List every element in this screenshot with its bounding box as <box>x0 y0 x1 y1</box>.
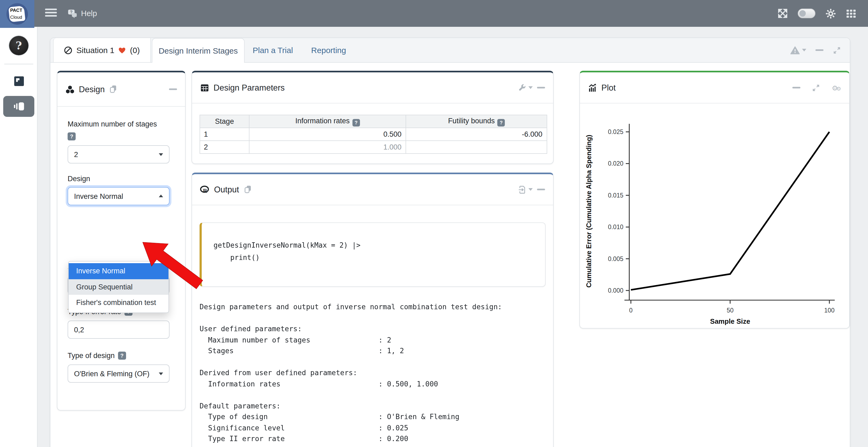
svg-text:0.005: 0.005 <box>608 255 623 262</box>
output-panel: R Output getDesignInve <box>191 173 554 447</box>
help-badge[interactable]: ? <box>497 119 505 126</box>
design-panel: Design Maximum number of stages ? 2 Desi… <box>57 71 186 411</box>
brand-logo[interactable]: PACT Cloud <box>0 0 34 28</box>
help-button[interactable]: ? Help <box>66 0 97 27</box>
caret-down-icon <box>528 188 533 193</box>
brightness-icon[interactable] <box>826 8 836 19</box>
svg-text:0.025: 0.025 <box>608 128 623 135</box>
code-block: getDesignInverseNormal(kMax = 2) |> prin… <box>199 222 546 287</box>
svg-text:0: 0 <box>629 307 633 314</box>
expand-icon[interactable] <box>812 83 820 92</box>
help-badge[interactable]: ? <box>118 352 126 359</box>
tab-strip: Situation 1 (0) Design Interim Stages Pl… <box>51 38 850 63</box>
info-rate-cell[interactable]: 0.500 <box>249 128 406 141</box>
design-parameters-table: Stage Information rates? Futility bounds… <box>199 115 547 154</box>
app-root: PACT Cloud ? Help <box>0 0 868 447</box>
design-parameters-header: Design Parameters <box>192 72 553 103</box>
type2-input[interactable]: 0,2 <box>68 320 169 339</box>
tab-plan-a-trial[interactable]: Plan a Trial <box>253 38 293 62</box>
option-fishers-combination-test[interactable]: Fisher's combination test <box>69 295 168 311</box>
r-code: getDesignInverseNormal(kMax = 2) |> prin… <box>214 239 545 264</box>
panel-toggle-button[interactable] <box>3 96 34 117</box>
collapse-icon[interactable] <box>793 87 801 88</box>
slash-circle-icon <box>64 46 73 55</box>
help-chat-icon: ? <box>66 9 77 18</box>
chart-icon <box>588 83 597 92</box>
output-title: Output <box>214 185 239 194</box>
situation-tab[interactable]: Situation 1 (0) <box>53 38 151 62</box>
info-rate-cell[interactable]: 1.000 <box>249 141 406 153</box>
fullscreen-icon[interactable] <box>778 8 787 18</box>
type-of-design-select[interactable]: O'Brien & Fleming (OF) <box>68 365 169 383</box>
option-inverse-normal[interactable]: Inverse Normal <box>69 263 168 279</box>
menu-icon[interactable] <box>45 8 57 19</box>
chevron-up-icon <box>159 193 163 197</box>
table-header-row: Stage Information rates? Futility bounds… <box>200 115 547 128</box>
expand-icon[interactable] <box>833 46 841 55</box>
design-parameters-panel: Design Parameters Stage Information rate… <box>191 71 554 164</box>
avatar[interactable]: ? <box>9 36 28 55</box>
r-logo-icon: R <box>200 185 210 194</box>
tab-actions <box>790 38 850 62</box>
design-panel-header: Design <box>57 72 185 107</box>
collapse-icon[interactable] <box>537 188 545 190</box>
export-menu[interactable] <box>518 185 533 194</box>
table-row: 1 0.500 -6.000 <box>200 128 547 141</box>
max-stages-label: Maximum number of stages <box>68 120 175 128</box>
caret-down-icon <box>802 49 806 54</box>
plot-header: Plot ⚙⚙ <box>580 72 849 103</box>
futility-bound-cell[interactable]: -6.000 <box>406 128 547 141</box>
plot-chart: 0.0000.0050.0100.0150.0200.025050100Samp… <box>583 109 846 329</box>
caret-down-icon <box>528 86 533 91</box>
table-row: 2 1.000 <box>200 141 547 153</box>
collapse-icon[interactable] <box>537 87 545 88</box>
help-badge[interactable]: ? <box>68 132 75 140</box>
sidebar-divider <box>4 64 33 64</box>
svg-text:?: ? <box>70 10 73 14</box>
tools-menu[interactable] <box>518 83 533 92</box>
svg-text:Cumulative Error (Cumulative A: Cumulative Error (Cumulative Alpha Spend… <box>585 135 592 288</box>
design-parameters-title: Design Parameters <box>214 83 285 93</box>
svg-text:0.020: 0.020 <box>608 160 623 167</box>
brand-line2: Cloud <box>10 14 22 20</box>
cubes-icon <box>65 85 74 94</box>
chevron-down-icon <box>159 153 163 158</box>
top-bar: PACT Cloud ? Help <box>0 0 868 27</box>
design-form: Maximum number of stages ? 2 Design Inve… <box>57 120 185 383</box>
apps-grid-icon[interactable] <box>846 8 856 19</box>
futility-bound-cell[interactable] <box>406 141 547 153</box>
heart-icon[interactable] <box>118 46 126 54</box>
option-group-sequential[interactable]: Group Sequential <box>69 279 168 295</box>
chevron-down-icon <box>159 373 163 377</box>
output-text: Design parameters and output of inverse … <box>199 302 546 447</box>
svg-text:50: 50 <box>726 307 734 314</box>
design-select[interactable]: Inverse Normal <box>68 187 169 205</box>
design-dropdown-menu: Inverse Normal Group Sequential Fisher's… <box>68 261 169 313</box>
design-panel-title: Design <box>79 84 105 94</box>
type-of-design-label: Type of design? <box>68 352 175 359</box>
copy-icon[interactable] <box>243 185 252 194</box>
theme-toggle[interactable] <box>798 8 815 18</box>
situation-label: Situation 1 <box>76 45 115 55</box>
tab-reporting[interactable]: Reporting <box>311 38 346 62</box>
help-badge[interactable]: ? <box>352 119 360 126</box>
svg-text:0.015: 0.015 <box>608 192 623 199</box>
svg-text:Sample Size: Sample Size <box>710 317 750 325</box>
left-sidebar: ? <box>0 27 37 447</box>
svg-text:0.010: 0.010 <box>608 224 623 231</box>
minimize-icon[interactable] <box>815 49 824 50</box>
steps-logo-icon[interactable] <box>14 76 24 86</box>
collapse-icon[interactable] <box>169 89 177 90</box>
svg-text:R: R <box>203 187 207 194</box>
brand-line1: PACT <box>10 7 22 13</box>
design-select-label: Design <box>68 175 175 183</box>
tab-design-interim-stages[interactable]: Design Interim Stages <box>152 38 245 63</box>
copy-icon[interactable] <box>109 85 118 94</box>
gears-icon[interactable]: ⚙⚙ <box>832 83 841 92</box>
rpact-cloud-logo-icon: PACT Cloud <box>6 3 28 25</box>
help-label: Help <box>81 9 97 18</box>
svg-text:0.000: 0.000 <box>608 287 623 294</box>
favorites-count: (0) <box>130 45 140 55</box>
warnings-menu[interactable] <box>790 46 806 55</box>
max-stages-select[interactable]: 2 <box>68 145 169 164</box>
